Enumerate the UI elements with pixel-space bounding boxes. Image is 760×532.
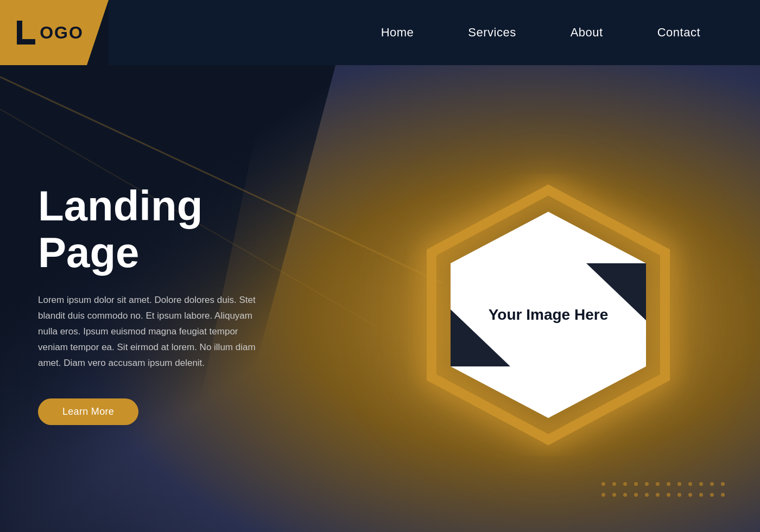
hex-image-placeholder-text: Your Image Here bbox=[489, 306, 608, 324]
hero-title: Landing Page bbox=[38, 183, 266, 276]
dot bbox=[710, 482, 714, 486]
dot bbox=[721, 482, 725, 486]
dot bbox=[645, 493, 649, 497]
dot bbox=[721, 493, 725, 497]
nav-about[interactable]: About bbox=[543, 26, 630, 40]
dot bbox=[612, 482, 616, 486]
dot bbox=[699, 482, 703, 486]
nav-services[interactable]: Services bbox=[441, 26, 543, 40]
dots-decoration bbox=[601, 482, 727, 499]
dot bbox=[656, 482, 660, 486]
dots-grid bbox=[601, 482, 727, 499]
logo-l-icon bbox=[17, 21, 37, 45]
dot bbox=[601, 493, 605, 497]
dot bbox=[634, 482, 638, 486]
page-wrapper: OGO Home Services About Contact Landing … bbox=[0, 0, 760, 532]
dot bbox=[612, 493, 616, 497]
dot bbox=[710, 493, 714, 497]
hero-description: Lorem ipsum dolor sit amet. Dolore dolor… bbox=[38, 293, 266, 371]
dot bbox=[667, 493, 670, 497]
dot bbox=[677, 482, 681, 486]
learn-more-button[interactable]: Learn More bbox=[38, 398, 138, 425]
dot bbox=[601, 482, 605, 486]
navbar: OGO Home Services About Contact bbox=[0, 0, 760, 65]
logo-text: OGO bbox=[40, 23, 84, 43]
hero-section: Landing Page Lorem ipsum dolor sit amet.… bbox=[0, 76, 760, 532]
nav-home[interactable]: Home bbox=[354, 26, 441, 40]
dot bbox=[623, 482, 627, 486]
logo-area[interactable]: OGO bbox=[0, 0, 109, 65]
dot bbox=[667, 482, 670, 486]
dot bbox=[645, 482, 649, 486]
dot bbox=[634, 493, 638, 497]
logo: OGO bbox=[17, 21, 84, 45]
hex-inner: Your Image Here bbox=[434, 201, 662, 429]
dot bbox=[699, 493, 703, 497]
dot bbox=[656, 493, 660, 497]
dot bbox=[688, 482, 692, 486]
dot bbox=[677, 493, 681, 497]
dot bbox=[623, 493, 627, 497]
hero-right: Your Image Here bbox=[304, 163, 760, 445]
dot bbox=[688, 493, 692, 497]
hero-left: Landing Page Lorem ipsum dolor sit amet.… bbox=[0, 161, 304, 446]
hexagon-container: Your Image Here bbox=[407, 185, 689, 445]
nav-menu: Home Services About Contact bbox=[109, 0, 760, 65]
nav-contact[interactable]: Contact bbox=[630, 26, 727, 40]
